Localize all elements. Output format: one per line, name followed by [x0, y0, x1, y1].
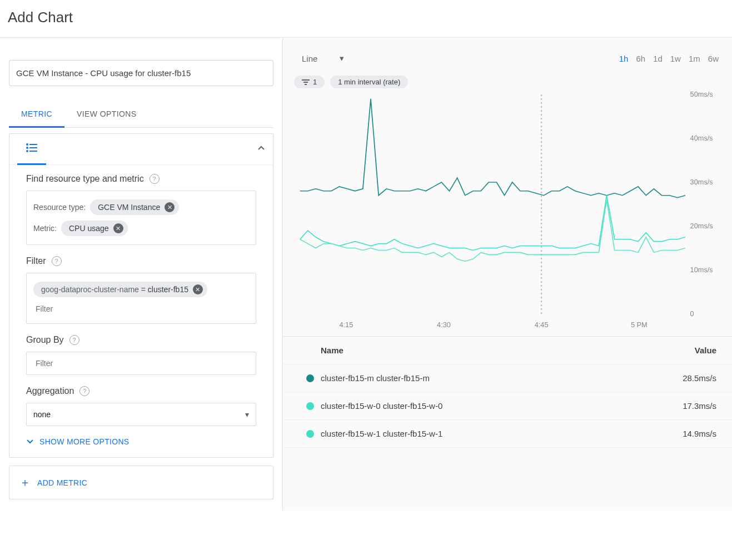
- legend-name-header: Name: [321, 346, 655, 355]
- chip-label: CPU usage: [69, 224, 109, 233]
- interval-label: 1 min interval (rate): [338, 78, 400, 86]
- svg-text:50ms/s: 50ms/s: [690, 92, 713, 98]
- collapse-card-button[interactable]: [257, 144, 265, 154]
- aggregation-value: none: [33, 410, 51, 419]
- chart-type-value: Line: [302, 54, 317, 63]
- legend-table: Name Value cluster-fb15-m cluster-fb15-m…: [283, 336, 732, 448]
- filter-icon: [302, 79, 310, 86]
- tab-metric[interactable]: METRIC: [9, 102, 64, 128]
- tab-view-options[interactable]: VIEW OPTIONS: [64, 102, 148, 127]
- svg-text:5 PM: 5 PM: [631, 321, 648, 329]
- resource-type-label: Resource type:: [33, 203, 86, 212]
- svg-text:4:45: 4:45: [535, 321, 549, 329]
- chip-label: GCE VM Instance: [98, 203, 160, 212]
- help-icon[interactable]: ?: [69, 335, 79, 345]
- chip-remove-icon[interactable]: ✕: [193, 284, 203, 294]
- time-range-1w[interactable]: 1w: [670, 54, 681, 63]
- legend-color-dot: [306, 402, 314, 410]
- filter-chip-key: goog-dataproc-cluster-name =: [41, 285, 148, 294]
- metric-chip[interactable]: CPU usage ✕: [61, 221, 128, 236]
- chip-remove-icon[interactable]: ✕: [165, 202, 175, 212]
- interval-pill[interactable]: 1 min interval (rate): [330, 76, 408, 88]
- chevron-up-icon: [257, 144, 265, 152]
- filter-chip[interactable]: goog-dataproc-cluster-name = cluster-fb1…: [33, 282, 207, 297]
- legend-row-value: 28.5ms/s: [655, 373, 716, 383]
- svg-text:30ms/s: 30ms/s: [690, 178, 713, 186]
- show-more-label: SHOW MORE OPTIONS: [39, 437, 129, 446]
- filter-count-value: 1: [313, 78, 317, 86]
- filter-chip-value: cluster-fb15: [148, 285, 188, 294]
- dropdown-arrow-icon: ▾: [245, 410, 249, 419]
- config-tabs: METRIC VIEW OPTIONS: [9, 102, 273, 128]
- svg-text:20ms/s: 20ms/s: [690, 222, 713, 230]
- legend-color-dot: [306, 374, 314, 382]
- time-range-1h[interactable]: 1h: [619, 54, 629, 63]
- svg-text:4:30: 4:30: [437, 321, 451, 329]
- legend-row[interactable]: cluster-fb15-m cluster-fb15-m 28.5ms/s: [283, 364, 732, 392]
- list-icon: [26, 143, 37, 154]
- aggregation-title: Aggregation: [26, 386, 74, 396]
- svg-text:4:15: 4:15: [339, 321, 353, 329]
- chart-type-select[interactable]: Line ▾: [296, 50, 350, 67]
- page-title: Add Chart: [0, 0, 732, 37]
- plus-icon: ＋: [19, 475, 31, 490]
- aggregation-select[interactable]: none ▾: [26, 403, 256, 426]
- filter-count-pill[interactable]: 1: [294, 76, 325, 88]
- svg-point-4: [27, 151, 28, 152]
- legend-color-dot: [306, 430, 314, 438]
- chevron-down-icon: [26, 438, 34, 446]
- metric-label: Metric:: [33, 224, 57, 233]
- filter-input[interactable]: [33, 300, 249, 318]
- time-range-6w[interactable]: 6w: [708, 54, 719, 63]
- legend-row[interactable]: cluster-fb15-w-1 cluster-fb15-w-1 14.9ms…: [283, 420, 732, 448]
- legend-row-name: cluster-fb15-w-0 cluster-fb15-w-0: [321, 401, 655, 411]
- time-range-picker: 1h6h1d1w1m6w: [619, 54, 719, 63]
- groupby-input[interactable]: [33, 354, 249, 372]
- add-metric-button[interactable]: ＋ ADD METRIC: [9, 466, 273, 499]
- chip-remove-icon[interactable]: ✕: [113, 223, 123, 233]
- legend-row-name: cluster-fb15-w-1 cluster-fb15-w-1: [321, 429, 655, 438]
- metric-list-icon-tab[interactable]: [17, 134, 46, 165]
- metric-card: Find resource type and metric ? Resource…: [9, 133, 273, 458]
- find-resource-title: Find resource type and metric: [26, 174, 144, 184]
- resource-type-chip[interactable]: GCE VM Instance ✕: [90, 199, 179, 215]
- time-range-1d[interactable]: 1d: [653, 54, 663, 63]
- groupby-title: Group By: [26, 335, 64, 345]
- legend-value-header: Value: [655, 346, 716, 355]
- chart-canvas[interactable]: 010ms/s20ms/s30ms/s40ms/s50ms/s4:154:304…: [294, 92, 721, 331]
- legend-row[interactable]: cluster-fb15-w-0 cluster-fb15-w-0 17.3ms…: [283, 392, 732, 420]
- svg-text:10ms/s: 10ms/s: [690, 266, 713, 274]
- legend-row-value: 14.9ms/s: [655, 429, 716, 438]
- dropdown-arrow-icon: ▾: [340, 53, 344, 63]
- svg-point-2: [27, 147, 28, 148]
- add-metric-label: ADD METRIC: [37, 478, 87, 487]
- legend-row-value: 17.3ms/s: [655, 401, 716, 411]
- help-icon[interactable]: ?: [79, 386, 89, 396]
- help-icon[interactable]: ?: [150, 174, 160, 184]
- time-range-6h[interactable]: 6h: [636, 54, 645, 63]
- legend-row-name: cluster-fb15-m cluster-fb15-m: [321, 373, 655, 383]
- help-icon[interactable]: ?: [52, 256, 62, 266]
- show-more-options-button[interactable]: SHOW MORE OPTIONS: [26, 437, 256, 446]
- time-range-1m[interactable]: 1m: [689, 54, 700, 63]
- chart-title-input[interactable]: [9, 60, 273, 86]
- svg-point-0: [27, 144, 28, 145]
- svg-text:40ms/s: 40ms/s: [690, 134, 713, 142]
- filter-title: Filter: [26, 256, 46, 266]
- svg-text:0: 0: [690, 310, 694, 318]
